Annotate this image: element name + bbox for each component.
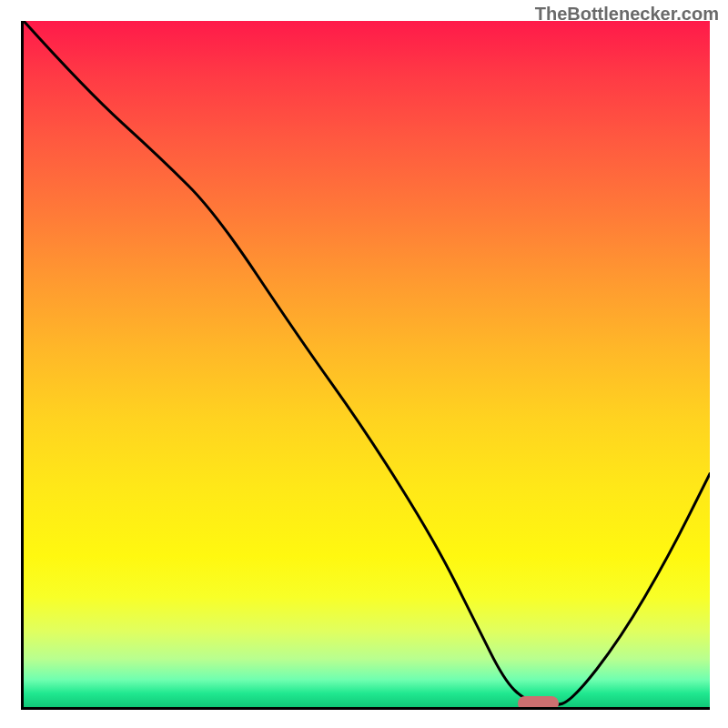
chart-plot-area [21,21,710,710]
chart-curve-svg [24,21,710,707]
optimal-range-marker [518,696,559,710]
bottleneck-curve-path [24,21,710,705]
watermark-text: TheBottlenecker.com [535,4,719,25]
